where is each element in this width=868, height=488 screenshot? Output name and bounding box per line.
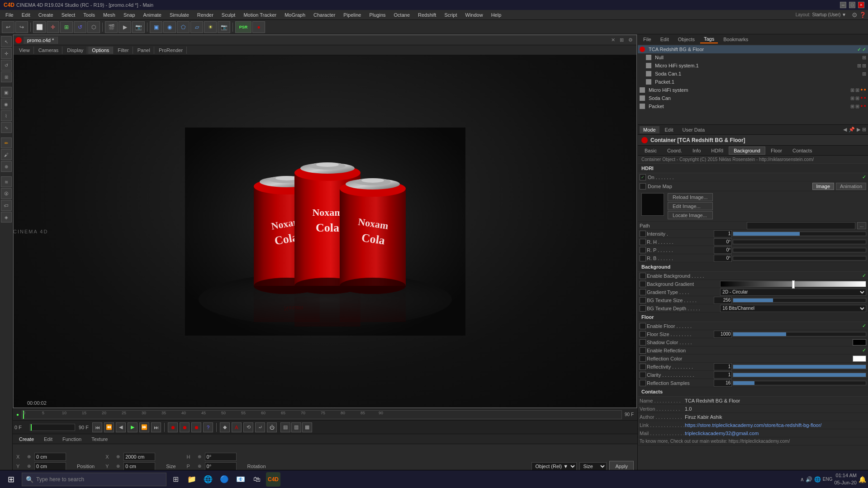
dome-tab-animation[interactable]: Animation	[836, 183, 866, 190]
contact-link-value[interactable]: https://store.tripleclickacademy.com/sto…	[685, 422, 866, 428]
obj-sphere[interactable]: ◉	[163, 21, 176, 33]
bg-gradient-enable[interactable]	[640, 281, 646, 287]
menu-motiontracker[interactable]: Motion Tracker	[240, 11, 280, 19]
obj-tab-tags[interactable]: Tags	[700, 35, 718, 43]
sidebar-obj1[interactable]: ▣	[1, 87, 12, 98]
auto-key-button[interactable]: A	[232, 422, 242, 432]
rot-p-input[interactable]	[205, 462, 237, 470]
rb-input[interactable]	[714, 255, 732, 262]
move-button[interactable]: ✛	[47, 21, 59, 33]
props-subtab-background[interactable]: Background	[729, 147, 765, 155]
menu-window[interactable]: Window	[462, 11, 487, 19]
rh-input[interactable]	[714, 238, 732, 246]
sidebar-tag[interactable]: 🏷	[1, 200, 12, 211]
path-browse-button[interactable]: ...	[857, 222, 866, 229]
start-button[interactable]: ⊞	[2, 472, 20, 487]
tool1[interactable]: ⬡	[87, 21, 100, 33]
timeline-ruler[interactable]: 0 5 10 15 20 25 30 35 40 45 50 55 60 65 …	[22, 410, 622, 419]
obj-cube[interactable]: ▣	[150, 21, 162, 33]
motion-button[interactable]: ⟲	[243, 422, 253, 432]
redo-button[interactable]: ↪	[15, 21, 28, 33]
sidebar-obj2[interactable]: ◉	[1, 99, 12, 109]
reload-image-button[interactable]: Reload Image...	[668, 193, 713, 201]
enable-background-checkbox[interactable]	[640, 273, 646, 279]
menu-animate[interactable]: Animate	[140, 11, 165, 19]
shadow-color-swatch[interactable]	[853, 339, 866, 346]
enable-floor-checkbox[interactable]	[640, 323, 646, 329]
layout-btn2[interactable]: ▥	[291, 422, 301, 432]
reflection-color-enable[interactable]	[640, 355, 646, 362]
image-thumbnail[interactable]	[641, 193, 664, 216]
obj-cylinder[interactable]: ⬠	[177, 21, 190, 33]
sidebar-mat[interactable]: ◈	[1, 212, 12, 223]
play-forward-button[interactable]: ▶	[128, 422, 138, 432]
obj-row-packet[interactable]: Packet ⊞ ⊞ ● ●	[638, 102, 868, 110]
play-back-button[interactable]: ◀	[116, 422, 126, 432]
intensity-slider[interactable]	[733, 232, 866, 236]
sidebar-weld[interactable]: ⊕	[1, 161, 12, 172]
viewport-expand[interactable]: ⊞	[618, 37, 626, 43]
keyframe-button[interactable]: ◆	[220, 422, 230, 432]
bottom-tab-create[interactable]: Create	[14, 436, 38, 443]
vtab-display[interactable]: Display	[63, 47, 87, 54]
minimize-button[interactable]: ─	[840, 2, 846, 8]
rotate-button[interactable]: ↺	[74, 21, 86, 33]
sidebar-field[interactable]: ⦿	[1, 188, 12, 199]
obj-row-microhifi[interactable]: Micro HiFi system ⊞ ⊞ ● ●	[638, 86, 868, 94]
bg-tex-depth-dropdown[interactable]: 16 Bits/Channel 8 Bits/Channel 32 Bits/C…	[720, 305, 866, 312]
size-y-input[interactable]	[123, 462, 155, 470]
sidebar-obj4[interactable]: ∿	[1, 122, 12, 133]
enable-reflection-checkbox[interactable]	[640, 347, 646, 354]
obj-light[interactable]: ☀	[204, 21, 217, 33]
step-forward-button[interactable]: ⏩	[139, 422, 149, 432]
vtab-options[interactable]: Options	[88, 47, 113, 54]
obj-plane[interactable]: ▱	[190, 21, 203, 33]
obj-row-tca[interactable]: TCA Redshift BG & Floor ✓ ✓	[638, 45, 868, 53]
contact-mail-value[interactable]: tripleclickacademy32@gmail.com	[685, 431, 866, 436]
taskbar-mail-btn[interactable]: 📧	[233, 472, 248, 487]
obj-tab-edit[interactable]: Edit	[657, 36, 673, 43]
obj-tab-file[interactable]: File	[640, 36, 655, 43]
clarity-slider[interactable]	[733, 373, 866, 377]
bottom-tab-texture[interactable]: Texture	[87, 436, 112, 443]
menu-sculpt[interactable]: Sculpt	[218, 11, 239, 19]
sidebar-deform[interactable]: ≋	[1, 176, 12, 187]
shadow-color-enable[interactable]	[640, 339, 646, 346]
render-active[interactable]: ▶	[119, 21, 131, 33]
viewport-settings[interactable]: ⚙	[626, 37, 635, 43]
size-x-input[interactable]	[123, 453, 155, 461]
goto-start-button[interactable]: ⏮	[92, 422, 102, 432]
taskbar-browser-btn[interactable]: 🌐	[201, 472, 215, 487]
vtab-panel[interactable]: Panel	[134, 47, 154, 54]
locate-image-button[interactable]: Locate Image...	[668, 211, 713, 219]
props-subtab-info[interactable]: Info	[688, 147, 706, 155]
taskbar-folder-btn[interactable]: 📁	[185, 472, 199, 487]
gradient-type-dropdown[interactable]: 2D - Circular 2D - Linear	[720, 289, 866, 296]
clarity-input[interactable]	[714, 371, 732, 379]
menu-mograph[interactable]: MoGraph	[281, 11, 309, 19]
reflectivity-input[interactable]	[714, 363, 732, 370]
gradient-type-enable[interactable]	[640, 289, 646, 295]
undo-button[interactable]: ↩	[2, 21, 14, 33]
obj-row-microhifi1[interactable]: Micro HiFi system.1 ⊞ ⊞	[638, 62, 868, 70]
floor-size-enable[interactable]	[640, 331, 646, 337]
menu-edit[interactable]: Edit	[18, 11, 34, 19]
obj-row-packet1[interactable]: Packet.1	[638, 78, 868, 86]
props-subtab-coord[interactable]: Coord.	[662, 147, 687, 155]
bg-tex-size-slider[interactable]	[733, 298, 866, 303]
props-subtab-floor[interactable]: Floor	[766, 147, 787, 155]
props-subtab-contacts[interactable]: Contacts	[787, 147, 817, 155]
props-tab-mode[interactable]: Mode	[640, 126, 659, 133]
playback-scrubber[interactable]	[30, 424, 75, 431]
menu-mesh[interactable]: Mesh	[100, 11, 119, 19]
taskbar-edge-btn[interactable]: 🔵	[217, 472, 232, 487]
obj-camera[interactable]: 📷	[218, 21, 230, 33]
record-rot-button[interactable]: ⏺	[180, 422, 190, 432]
menu-simulate[interactable]: Simulate	[166, 11, 193, 19]
obj-row-sodacan1[interactable]: Soda Can.1 ⊞	[638, 70, 868, 78]
taskbar-view-btn[interactable]: ⊞	[168, 472, 183, 487]
record-scale-button[interactable]: ⏺	[191, 422, 201, 432]
menu-plugins[interactable]: Plugins	[365, 11, 389, 19]
rb-slider[interactable]	[733, 256, 866, 261]
floor-size-input[interactable]	[714, 331, 732, 338]
